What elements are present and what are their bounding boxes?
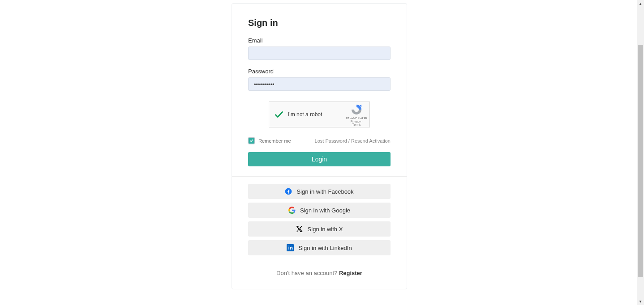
- signin-x-button[interactable]: Sign in with X: [248, 221, 391, 237]
- remember-checkbox[interactable]: [248, 137, 255, 144]
- signin-facebook-label: Sign in with Facebook: [296, 188, 353, 195]
- scrollbar-thumb[interactable]: [638, 45, 643, 277]
- register-prompt: Don't have an account?: [276, 270, 339, 276]
- scroll-down-arrow-icon[interactable]: ▼: [637, 298, 644, 305]
- divider: [232, 176, 407, 177]
- vertical-scrollbar[interactable]: ▲ ▼: [637, 0, 644, 305]
- recaptcha-icon: [351, 104, 362, 115]
- login-button[interactable]: Login: [248, 152, 391, 166]
- password-label: Password: [248, 68, 391, 75]
- signin-linkedin-label: Sign in with LinkedIn: [298, 245, 352, 251]
- page-title: Sign in: [248, 18, 391, 28]
- scroll-up-arrow-icon[interactable]: ▲: [637, 0, 644, 7]
- remember-me[interactable]: Remember me: [248, 137, 291, 144]
- recaptcha-container: I'm not a robot reCAPTCHA Privacy · Term…: [248, 102, 391, 127]
- recaptcha-badge: reCAPTCHA Privacy · Terms: [346, 104, 367, 126]
- signin-google-button[interactable]: Sign in with Google: [248, 203, 391, 218]
- signin-facebook-button[interactable]: Sign in with Facebook: [248, 184, 391, 199]
- linkedin-icon: [287, 244, 294, 251]
- remember-label: Remember me: [258, 138, 291, 144]
- options-row: Remember me Lost Password / Resend Activ…: [248, 137, 391, 144]
- lost-password-link[interactable]: Lost Password: [315, 138, 347, 144]
- signin-google-label: Sign in with Google: [300, 207, 350, 214]
- resend-activation-link[interactable]: Resend Activation: [351, 138, 391, 144]
- signin-x-label: Sign in with X: [308, 226, 343, 233]
- recaptcha-label: I'm not a robot: [288, 111, 322, 118]
- recaptcha-brand: reCAPTCHA: [346, 116, 367, 120]
- signin-card: Sign in Email Password I'm not a robot r…: [232, 3, 407, 289]
- x-icon: [296, 225, 303, 233]
- checkmark-icon: [274, 109, 284, 120]
- signin-linkedin-button[interactable]: Sign in with LinkedIn: [248, 240, 391, 255]
- link-separator: /: [347, 138, 351, 144]
- register-row: Don't have an account? Register: [248, 270, 391, 276]
- facebook-icon: [285, 188, 292, 195]
- recaptcha-widget[interactable]: I'm not a robot reCAPTCHA Privacy · Term…: [269, 102, 370, 127]
- recaptcha-legal: Privacy · Terms: [346, 120, 367, 126]
- google-icon: [288, 207, 296, 214]
- email-field[interactable]: [248, 47, 391, 60]
- register-link[interactable]: Register: [339, 270, 362, 276]
- email-label: Email: [248, 37, 391, 44]
- password-field[interactable]: [248, 77, 391, 91]
- helper-links: Lost Password / Resend Activation: [315, 138, 391, 144]
